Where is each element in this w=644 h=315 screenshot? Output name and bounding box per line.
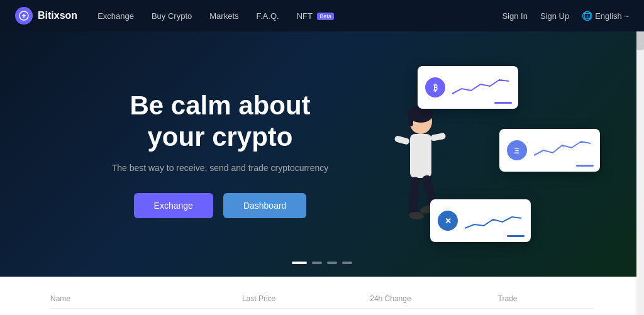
svg-rect-5 bbox=[394, 135, 410, 145]
nav-links: Exchange Buy Crypto Markets F.A.Q. NFT B… bbox=[97, 11, 502, 21]
th-name: Name bbox=[50, 294, 242, 303]
eth-chart bbox=[532, 138, 592, 163]
sign-up-link[interactable]: Sign Up bbox=[540, 11, 569, 21]
scrollbar[interactable] bbox=[636, 0, 644, 315]
navbar-right: Sign In Sign Up 🌐 English ~ bbox=[502, 11, 629, 21]
th-trade: Trade bbox=[498, 294, 594, 303]
xrp-card-line bbox=[507, 235, 525, 237]
svg-rect-3 bbox=[408, 111, 413, 126]
eth-card-icon: Ξ bbox=[507, 140, 527, 160]
th-price: Last Price bbox=[242, 294, 370, 303]
carousel-dots bbox=[292, 262, 352, 264]
xrp-chart-card: ✕ bbox=[430, 199, 531, 242]
language-selector[interactable]: 🌐 English ~ bbox=[582, 11, 629, 21]
hero-section: Be calm about your crypto The best way t… bbox=[0, 31, 644, 277]
hero-buttons: Exchange Dashboard bbox=[101, 193, 340, 218]
svg-rect-6 bbox=[430, 133, 446, 141]
dot-1[interactable] bbox=[292, 262, 307, 264]
hero-subtitle: The best way to receive, send and trade … bbox=[101, 163, 340, 173]
nav-link-buy-crypto[interactable]: Buy Crypto bbox=[152, 11, 192, 21]
btc-chart bbox=[450, 75, 511, 100]
globe-icon: 🌐 bbox=[582, 11, 592, 21]
market-table-section: Name Last Price 24h Change Trade ₿ BTC/U… bbox=[0, 277, 644, 315]
xrp-card-icon: ✕ bbox=[438, 211, 458, 231]
dashboard-button[interactable]: Dashboard bbox=[223, 193, 307, 218]
dot-2[interactable] bbox=[312, 262, 322, 264]
logo-text: Bitixson bbox=[38, 10, 77, 21]
eth-card-line bbox=[576, 165, 594, 167]
sign-in-link[interactable]: Sign In bbox=[502, 11, 527, 21]
nft-badge: Beta bbox=[317, 13, 334, 20]
navbar: Bitixson Exchange Buy Crypto Markets F.A… bbox=[0, 0, 644, 31]
btc-chart-card: ₿ bbox=[418, 66, 518, 109]
svg-rect-7 bbox=[408, 177, 420, 215]
th-change: 24h Change bbox=[370, 294, 497, 303]
eth-chart-card: Ξ bbox=[499, 129, 600, 172]
dot-3[interactable] bbox=[327, 262, 337, 264]
hero-content: Be calm about your crypto The best way t… bbox=[0, 90, 340, 219]
hero-illustration: ₿ Ξ ✕ bbox=[367, 60, 594, 248]
table-row: ₿ BTC/USDT Bitcoin $29,334.22 +0.49% Tra… bbox=[50, 311, 594, 315]
logo-icon bbox=[15, 7, 33, 25]
logo[interactable]: Bitixson bbox=[15, 7, 77, 25]
language-label: English ~ bbox=[595, 11, 629, 21]
table-header: Name Last Price 24h Change Trade bbox=[50, 289, 594, 309]
svg-rect-4 bbox=[410, 134, 431, 178]
nav-link-nft[interactable]: NFT Beta bbox=[297, 11, 334, 21]
nav-link-markets[interactable]: Markets bbox=[209, 11, 238, 21]
btc-card-line bbox=[494, 102, 512, 104]
dot-4[interactable] bbox=[342, 262, 352, 264]
btc-card-icon: ₿ bbox=[425, 77, 445, 97]
xrp-chart bbox=[463, 208, 523, 233]
nav-link-faq[interactable]: F.A.Q. bbox=[257, 11, 279, 21]
hero-title: Be calm about your crypto bbox=[101, 90, 340, 153]
nav-link-exchange[interactable]: Exchange bbox=[97, 11, 134, 21]
exchange-button[interactable]: Exchange bbox=[134, 193, 213, 218]
